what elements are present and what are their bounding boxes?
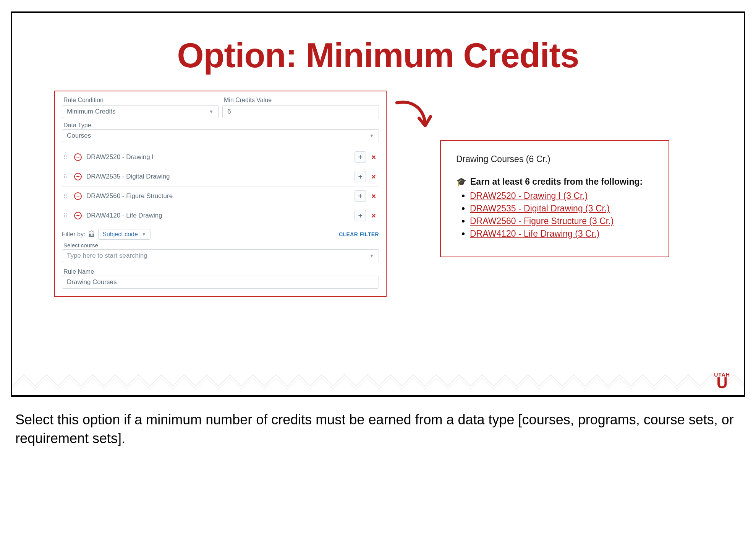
remove-icon[interactable]: − (74, 212, 82, 219)
course-row: ⠿ − DRAW2520 - Drawing I + × (62, 148, 379, 167)
chevron-down-icon: ▼ (369, 133, 374, 138)
utah-logo: UTAH U (714, 372, 730, 388)
data-type-value: Courses (67, 132, 91, 140)
graduation-cap-icon: 🎓 (456, 177, 466, 187)
chevron-down-icon: ▼ (369, 253, 374, 258)
rule-name-value: Drawing Courses (67, 278, 117, 286)
rule-name-label: Rule Name (63, 268, 94, 275)
course-row: ⠿ − DRAW4120 - Life Drawing + × (62, 206, 379, 225)
remove-icon[interactable]: − (74, 192, 82, 200)
drag-handle-icon[interactable]: ⠿ (63, 174, 70, 180)
filter-type-value: Subject code (102, 231, 138, 238)
course-link[interactable]: DRAW2535 - Digital Drawing (3 Cr.) (470, 203, 610, 213)
arrow-icon (390, 91, 436, 138)
add-button[interactable]: + (355, 171, 366, 182)
filter-by-label: Filter by: (62, 231, 85, 238)
add-button[interactable]: + (355, 190, 366, 202)
rule-condition-label: Rule Condition (63, 97, 219, 104)
min-credits-input[interactable]: 6 (222, 105, 379, 118)
list-item: DRAW2520 - Drawing I (3 Cr.) (470, 191, 656, 201)
remove-icon[interactable]: − (74, 153, 82, 161)
rule-name-input[interactable]: Drawing Courses (62, 276, 379, 289)
course-link[interactable]: DRAW4120 - Life Drawing (3 Cr.) (470, 229, 599, 239)
remove-icon[interactable]: − (74, 173, 82, 180)
slide-caption: Select this option if a minimum number o… (15, 411, 741, 448)
logo-text-u: U (714, 377, 730, 388)
chevron-down-icon: ▼ (142, 232, 146, 237)
rule-form-panel: Rule Condition Minimum Credits ▼ Min Cre… (54, 91, 387, 297)
course-link[interactable]: DRAW2560 - Figure Structure (3 Cr.) (470, 216, 614, 226)
course-text: DRAW4120 - Life Drawing (86, 212, 355, 219)
course-search-placeholder: Type here to start searching (67, 252, 147, 260)
data-type-select[interactable]: Courses ▼ (62, 129, 379, 142)
list-item: DRAW4120 - Life Drawing (3 Cr.) (470, 229, 656, 239)
data-type-label: Data Type (63, 122, 91, 128)
preview-course-list: DRAW2520 - Drawing I (3 Cr.) DRAW2535 - … (470, 191, 656, 239)
delete-button[interactable]: × (370, 172, 377, 181)
rule-condition-select[interactable]: Minimum Credits ▼ (62, 105, 219, 118)
zigzag-decoration (12, 367, 745, 390)
chevron-down-icon: ▼ (209, 109, 214, 114)
list-item: DRAW2535 - Digital Drawing (3 Cr.) (470, 203, 656, 214)
drag-handle-icon[interactable]: ⠿ (63, 193, 70, 199)
preview-panel: Drawing Courses (6 Cr.) 🎓 Earn at least … (440, 140, 669, 257)
slide-title: Option: Minimum Credits (12, 36, 744, 75)
delete-button[interactable]: × (370, 153, 377, 162)
delete-button[interactable]: × (370, 192, 377, 201)
list-item: DRAW2560 - Figure Structure (3 Cr.) (470, 216, 656, 226)
course-link[interactable]: DRAW2520 - Drawing I (3 Cr.) (470, 191, 588, 201)
institution-icon: 🏛 (88, 231, 95, 239)
filter-type-select[interactable]: Subject code ▼ (98, 229, 150, 240)
course-text: DRAW2560 - Figure Structure (86, 192, 355, 200)
slide: Option: Minimum Credits Rule Condition M… (11, 11, 745, 397)
add-button[interactable]: + (355, 151, 366, 163)
course-row: ⠿ − DRAW2560 - Figure Structure + × (62, 186, 379, 206)
select-course-label: Select course (63, 242, 379, 249)
course-list: ⠿ − DRAW2520 - Drawing I + × ⠿ − DRAW253… (62, 148, 379, 225)
course-search-input[interactable]: Type here to start searching ▼ (62, 249, 379, 262)
drag-handle-icon[interactable]: ⠿ (63, 213, 70, 219)
rule-condition-value: Minimum Credits (67, 108, 116, 115)
drag-handle-icon[interactable]: ⠿ (63, 154, 70, 160)
content-row: Rule Condition Minimum Credits ▼ Min Cre… (12, 91, 744, 297)
min-credits-label: Min Credits Value (224, 97, 379, 104)
min-credits-value: 6 (227, 108, 231, 115)
preview-heading-text: Earn at least 6 credits from the followi… (470, 177, 643, 187)
preview-title: Drawing Courses (6 Cr.) (456, 154, 656, 164)
course-text: DRAW2520 - Drawing I (86, 153, 355, 161)
clear-filter-link[interactable]: CLEAR FILTER (339, 231, 379, 237)
course-text: DRAW2535 - Digital Drawing (86, 173, 355, 180)
course-row: ⠿ − DRAW2535 - Digital Drawing + × (62, 167, 379, 186)
delete-button[interactable]: × (370, 211, 377, 220)
add-button[interactable]: + (355, 210, 366, 221)
